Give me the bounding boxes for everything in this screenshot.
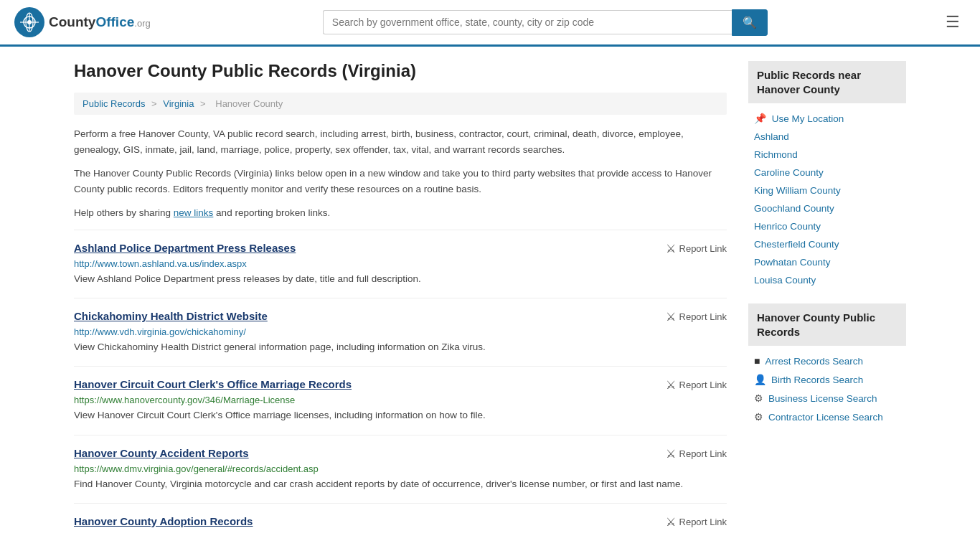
- sidebar-item-caroline[interactable]: Caroline County: [748, 164, 906, 182]
- sidebar-item-louisa[interactable]: Louisa County: [748, 271, 906, 289]
- sidebar-item-chesterfield[interactable]: Chesterfield County: [748, 235, 906, 253]
- record-entry-0: Ashland Police Department Press Releases…: [74, 230, 727, 298]
- sidebar-records-birth[interactable]: 👤 Birth Records Search: [748, 370, 906, 389]
- report-link-label-0: Report Link: [679, 243, 727, 254]
- sidebar-records-arrest[interactable]: ■ Arrest Records Search: [748, 352, 906, 370]
- sidebar-item-king-william[interactable]: King William County: [748, 182, 906, 199]
- record-title-row-1: Chickahominy Health District Website ⚔ R…: [74, 310, 727, 324]
- contractor-license-link[interactable]: Contractor License Search: [768, 412, 883, 423]
- record-url-2[interactable]: https://www.hanovercounty.gov/346/Marria…: [74, 395, 727, 405]
- breadcrumb-virginia[interactable]: Virginia: [163, 98, 194, 109]
- record-desc-3: Find Hanover County, Virginia motorcycle…: [74, 477, 727, 491]
- arrest-icon: ■: [754, 355, 760, 367]
- report-icon-2: ⚔: [666, 378, 676, 392]
- record-desc-0: View Ashland Police Department press rel…: [74, 272, 727, 286]
- record-url-3[interactable]: https://www.dmv.virginia.gov/general/#re…: [74, 463, 727, 474]
- record-title-0[interactable]: Ashland Police Department Press Releases: [74, 242, 296, 254]
- chesterfield-link[interactable]: Chesterfield County: [754, 239, 839, 250]
- louisa-link[interactable]: Louisa County: [754, 275, 816, 286]
- record-desc-1: View Chickahominy Health District genera…: [74, 340, 727, 354]
- sidebar-item-ashland[interactable]: Ashland: [748, 128, 906, 146]
- description-2: The Hanover County Public Records (Virgi…: [74, 166, 727, 197]
- report-link-btn-3[interactable]: ⚔ Report Link: [666, 447, 727, 461]
- sidebar-records-heading: Hanover County Public Records: [748, 303, 906, 346]
- breadcrumb: Public Records > Virginia > Hanover Coun…: [74, 93, 727, 115]
- contractor-icon: ⚙: [754, 411, 763, 423]
- description-1: Perform a free Hanover County, VA public…: [74, 126, 727, 157]
- report-link-label-4: Report Link: [679, 517, 727, 527]
- breadcrumb-current: Hanover County: [215, 98, 283, 109]
- report-icon-0: ⚔: [666, 242, 676, 255]
- search-button[interactable]: 🔍: [732, 9, 768, 36]
- report-icon-1: ⚔: [666, 310, 676, 324]
- record-title-3[interactable]: Hanover County Accident Reports: [74, 447, 249, 459]
- report-icon-3: ⚔: [666, 447, 676, 461]
- record-url-1[interactable]: http://www.vdh.virginia.gov/chickahominy…: [74, 326, 727, 337]
- report-link-label-2: Report Link: [679, 380, 727, 390]
- sidebar-item-goochland[interactable]: Goochland County: [748, 199, 906, 217]
- record-entry-3: Hanover County Accident Reports ⚔ Report…: [74, 435, 727, 503]
- sidebar-item-powhatan[interactable]: Powhatan County: [748, 253, 906, 271]
- caroline-link[interactable]: Caroline County: [754, 167, 824, 178]
- report-link-btn-0[interactable]: ⚔ Report Link: [666, 242, 727, 255]
- report-link-btn-4[interactable]: ⚔ Report Link: [666, 515, 727, 529]
- record-entry-2: Hanover Circuit Court Clerk's Office Mar…: [74, 366, 727, 434]
- record-title-1[interactable]: Chickahominy Health District Website: [74, 310, 268, 322]
- sidebar: Public Records near Hanover County 📌 Use…: [748, 61, 906, 543]
- report-icon-4: ⚔: [666, 515, 676, 529]
- logo-area: CountyOffice.org: [14, 7, 151, 37]
- sidebar-item-location[interactable]: 📌 Use My Location: [748, 109, 906, 128]
- sidebar-records-contractor[interactable]: ⚙ Contractor License Search: [748, 408, 906, 426]
- description-3: Help others by sharing new links and rep…: [74, 205, 727, 221]
- sidebar-records-business[interactable]: ⚙ Business License Search: [748, 389, 906, 408]
- record-title-row-4: Hanover County Adoption Records ⚔ Report…: [74, 515, 727, 529]
- report-link-btn-1[interactable]: ⚔ Report Link: [666, 310, 727, 324]
- report-link-label-3: Report Link: [679, 448, 727, 459]
- report-link-label-1: Report Link: [679, 311, 727, 322]
- location-icon: 📌: [754, 113, 766, 124]
- record-title-row-2: Hanover Circuit Court Clerk's Office Mar…: [74, 378, 727, 392]
- breadcrumb-public-records[interactable]: Public Records: [83, 98, 145, 109]
- site-header: CountyOffice.org 🔍 ☰: [0, 0, 980, 47]
- sidebar-item-richmond[interactable]: Richmond: [748, 146, 906, 164]
- sidebar-nearby-section: Public Records near Hanover County 📌 Use…: [748, 61, 906, 289]
- arrest-records-link[interactable]: Arrest Records Search: [765, 356, 863, 367]
- ashland-link[interactable]: Ashland: [754, 131, 789, 142]
- logo-text: CountyOffice.org: [49, 14, 151, 30]
- business-license-link[interactable]: Business License Search: [768, 393, 877, 404]
- record-entry-1: Chickahominy Health District Website ⚔ R…: [74, 298, 727, 366]
- birth-records-link[interactable]: Birth Records Search: [771, 375, 863, 385]
- menu-button[interactable]: ☰: [940, 10, 966, 34]
- henrico-link[interactable]: Henrico County: [754, 221, 821, 232]
- goochland-link[interactable]: Goochland County: [754, 203, 834, 214]
- powhatan-link[interactable]: Powhatan County: [754, 257, 831, 268]
- sidebar-records-section: Hanover County Public Records ■ Arrest R…: [748, 303, 906, 426]
- content-area: Hanover County Public Records (Virginia)…: [74, 61, 727, 543]
- record-entry-4: Hanover County Adoption Records ⚔ Report…: [74, 503, 727, 543]
- use-my-location-link[interactable]: Use My Location: [772, 113, 844, 124]
- search-input[interactable]: [323, 10, 732, 34]
- record-title-4[interactable]: Hanover County Adoption Records: [74, 515, 253, 527]
- sidebar-item-henrico[interactable]: Henrico County: [748, 217, 906, 235]
- record-title-row-3: Hanover County Accident Reports ⚔ Report…: [74, 447, 727, 461]
- new-links-link[interactable]: new links: [174, 207, 214, 218]
- logo-icon: [14, 7, 44, 37]
- main-container: Hanover County Public Records (Virginia)…: [60, 47, 920, 551]
- report-link-btn-2[interactable]: ⚔ Report Link: [666, 378, 727, 392]
- record-title-2[interactable]: Hanover Circuit Court Clerk's Office Mar…: [74, 378, 352, 390]
- breadcrumb-sep1: >: [151, 98, 159, 109]
- record-title-row-0: Ashland Police Department Press Releases…: [74, 242, 727, 255]
- header-right: ☰: [940, 10, 966, 34]
- business-icon: ⚙: [754, 392, 763, 404]
- sidebar-nearby-heading: Public Records near Hanover County: [748, 61, 906, 103]
- king-william-link[interactable]: King William County: [754, 185, 841, 196]
- record-desc-2: View Hanover Circuit Court Clerk's Offic…: [74, 408, 727, 423]
- page-title: Hanover County Public Records (Virginia): [74, 61, 727, 81]
- search-area: 🔍: [323, 9, 768, 36]
- record-url-0[interactable]: http://www.town.ashland.va.us/index.aspx: [74, 258, 727, 269]
- richmond-link[interactable]: Richmond: [754, 149, 798, 160]
- birth-icon: 👤: [754, 374, 766, 385]
- breadcrumb-sep2: >: [200, 98, 208, 109]
